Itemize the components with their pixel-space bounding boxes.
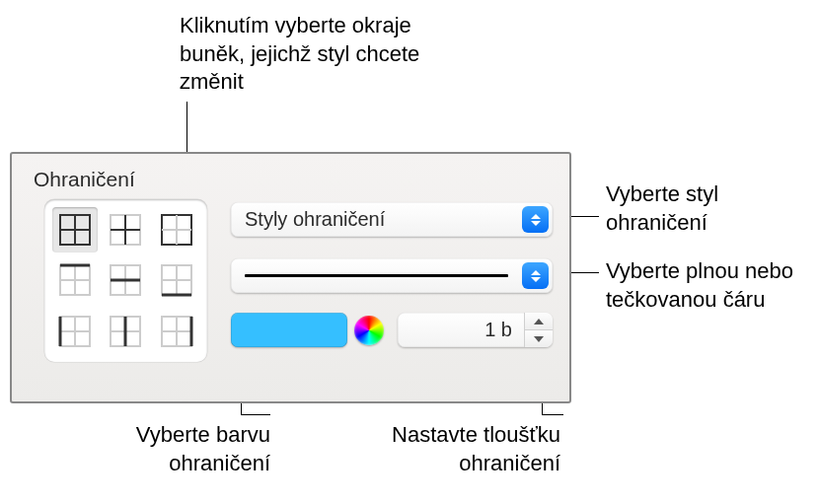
border-right-icon[interactable] [154, 309, 199, 354]
leader-line [241, 414, 270, 415]
stepper-buttons [524, 313, 553, 347]
border-top-icon[interactable] [52, 258, 98, 304]
color-wheel-icon[interactable] [354, 316, 384, 345]
border-inner-v-icon[interactable] [104, 309, 149, 354]
stepper-up-button[interactable] [525, 313, 553, 330]
callout-thickness: Nastavte tloušťku ohraničení [334, 421, 560, 477]
callout-border-grid: Kliknutím vyberte okraje buněk, jejichž … [180, 12, 446, 97]
border-all-icon[interactable] [52, 207, 98, 252]
callout-color: Vyberte barvu ohraničení [53, 421, 270, 477]
leader-line [542, 414, 563, 415]
panel-title: Ohraničení [34, 168, 135, 191]
callout-style: Vyberte styl ohraničení [606, 180, 813, 237]
solid-line-icon [245, 274, 508, 277]
stepper-down-button[interactable] [525, 330, 553, 347]
line-type-dropdown[interactable] [231, 258, 553, 293]
border-panel: Ohraničení Styly ohraničen [10, 152, 571, 403]
border-thickness-stepper[interactable]: 1 b [398, 313, 553, 347]
border-inner-h-icon[interactable] [104, 258, 149, 304]
chevron-updown-icon [522, 206, 549, 233]
chevron-updown-icon [522, 262, 549, 289]
border-edge-grid [44, 199, 207, 362]
border-style-dropdown[interactable]: Styly ohraničení [231, 202, 553, 237]
border-bottom-icon[interactable] [154, 258, 199, 304]
border-outer-icon[interactable] [154, 207, 199, 252]
border-color-swatch[interactable] [231, 313, 347, 347]
border-inner-icon[interactable] [104, 207, 149, 252]
thickness-value: 1 b [398, 313, 524, 347]
border-left-icon[interactable] [52, 309, 98, 354]
border-style-label: Styly ohraničení [231, 208, 522, 231]
callout-line-type: Vyberte plnou nebo tečkovanou čáru [606, 257, 819, 314]
